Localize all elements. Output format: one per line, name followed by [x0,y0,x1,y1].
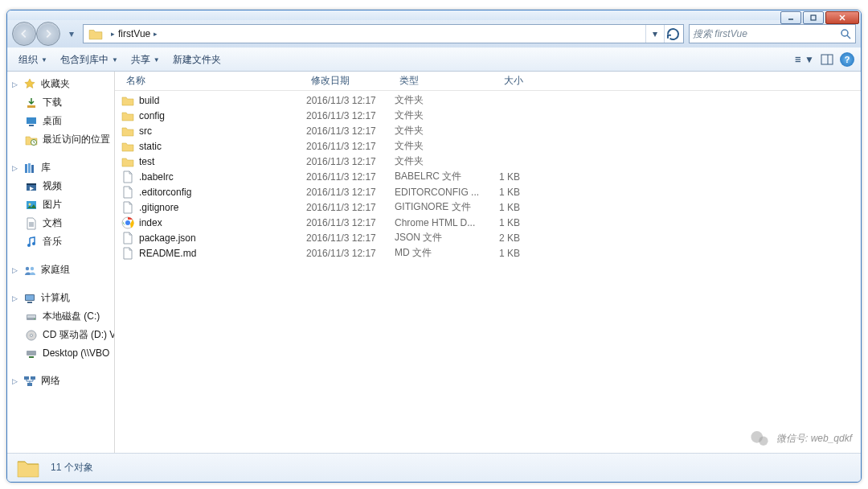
close-button[interactable] [825,11,859,24]
file-row[interactable]: package.json2016/11/3 12:17JSON 文件2 KB [115,230,861,245]
file-type: JSON 文件 [395,231,499,244]
file-type: 文件夹 [395,109,499,122]
file-date: 2016/11/3 12:17 [306,95,395,106]
svg-point-25 [27,244,31,247]
file-row[interactable]: config2016/11/3 12:17文件夹 [115,108,861,123]
breadcrumb-folder[interactable]: firstVue ▸ [117,25,159,43]
sidebar-favorites-header[interactable]: ▷ 收藏夹 [7,75,114,93]
nav-row: ▾ ▸ firstVue ▸ ▾ 搜索 firstVue [7,20,861,47]
address-bar[interactable]: ▸ firstVue ▸ ▾ [83,24,684,43]
sidebar-item-favorites-1[interactable]: 桌面 [7,112,114,130]
file-row[interactable]: static2016/11/3 12:17文件夹 [115,138,861,154]
svg-rect-11 [27,105,35,108]
sidebar-item-label: 文档 [43,216,62,230]
svg-rect-13 [29,125,34,126]
sidebar-network-header[interactable]: ▷ 网络 [7,372,114,390]
sidebar-item-label: 音乐 [43,235,62,249]
forward-button[interactable] [36,22,60,46]
sidebar-network: ▷ 网络 [7,372,114,390]
sidebar-item-favorites-2[interactable]: 最近访问的位置 [7,130,114,149]
folder-icon [88,27,103,41]
file-type: BABELRC 文件 [395,170,499,183]
sidebar-item-label: 桌面 [43,114,62,128]
svg-rect-37 [27,351,36,355]
file-row[interactable]: src2016/11/3 12:17文件夹 [115,123,861,138]
file-name: package.json [139,232,196,244]
cd-icon [25,329,38,342]
column-name[interactable]: 名称 [121,74,306,88]
file-name: README.md [139,248,196,259]
sidebar-libraries-header[interactable]: ▷ 库 [7,158,114,177]
music-icon [25,236,38,249]
sidebar-item-libraries-0[interactable]: 视频 [7,177,114,195]
file-row[interactable]: build2016/11/3 12:17文件夹 [115,92,861,108]
body: ▷ 收藏夹 下载桌面最近访问的位置 ▷ 库 视频图片文档音乐 ▷ 家庭 [7,72,861,453]
pictures-icon [25,199,38,212]
column-type[interactable]: 类型 [395,74,499,88]
file-size: 1 KB [499,248,555,259]
minimize-button[interactable] [780,11,801,24]
file-date: 2016/11/3 12:17 [306,156,395,167]
svg-point-4 [841,30,848,36]
new-folder-button[interactable]: 新建文件夹 [168,51,226,69]
maximize-button[interactable] [803,11,824,24]
file-type: 文件夹 [395,124,499,138]
hdd-icon [25,310,38,323]
sidebar-item-libraries-1[interactable]: 图片 [7,195,114,214]
back-button[interactable] [12,22,36,46]
share-button[interactable]: 共享▼ [126,51,165,69]
svg-point-34 [34,318,35,319]
file-row[interactable]: index2016/11/3 12:17Chrome HTML D...1 KB [115,215,861,230]
recent-icon [25,134,38,146]
search-icon [839,27,852,40]
file-type: Chrome HTML D... [395,217,499,228]
svg-point-42 [125,220,130,225]
svg-rect-16 [28,163,31,173]
refresh-button[interactable] [664,25,682,43]
file-icon [121,186,134,199]
file-list[interactable]: build2016/11/3 12:17文件夹config2016/11/3 1… [115,91,861,453]
sidebar-computer-header[interactable]: ▷ 计算机 [7,289,114,307]
preview-pane-button[interactable] [817,51,837,68]
explorer-window: ▾ ▸ firstVue ▸ ▾ 搜索 firstVue 组织▼ 包含到库中▼ … [6,10,862,483]
file-size: 2 KB [499,232,555,244]
sidebar-item-libraries-2[interactable]: 文档 [7,214,114,232]
search-placeholder: 搜索 firstVue [693,27,747,41]
file-row[interactable]: test2016/11/3 12:17文件夹 [115,154,861,169]
svg-rect-7 [796,59,800,60]
view-options-button[interactable]: ▼ [795,51,814,68]
sidebar-item-computer-1[interactable]: CD 驱动器 (D:) V [7,326,114,344]
file-date: 2016/11/3 12:17 [306,187,395,198]
file-name: index [139,217,162,228]
file-type: EDITORCONFIG ... [395,187,499,198]
star-icon [23,78,36,91]
file-row[interactable]: README.md2016/11/3 12:17MD 文件1 KB [115,245,861,261]
sidebar-item-computer-0[interactable]: 本地磁盘 (C:) [7,307,114,326]
homegroup-icon [23,264,36,277]
sidebar-item-computer-2[interactable]: Desktop (\\VBO [7,344,114,362]
sidebar-item-libraries-3[interactable]: 音乐 [7,232,114,251]
sidebar-item-favorites-0[interactable]: 下载 [7,93,114,112]
sidebar: ▷ 收藏夹 下载桌面最近访问的位置 ▷ 库 视频图片文档音乐 ▷ 家庭 [7,72,115,453]
file-row[interactable]: .gitignore2016/11/3 12:17GITIGNORE 文件1 K… [115,199,861,215]
column-date[interactable]: 修改日期 [306,74,395,88]
netdrive-icon [25,347,38,360]
organize-button[interactable]: 组织▼ [14,51,52,69]
include-in-library-button[interactable]: 包含到库中▼ [55,51,123,69]
svg-rect-6 [796,57,800,58]
sidebar-item-label: 图片 [43,198,62,212]
file-row[interactable]: .editorconfig2016/11/3 12:17EDITORCONFIG… [115,184,861,199]
status-bar: 11 个对象 [7,453,861,482]
help-button[interactable]: ? [840,52,854,67]
column-size[interactable]: 大小 [499,74,555,88]
breadcrumb-root[interactable]: ▸ [106,25,117,43]
svg-rect-8 [796,61,800,62]
svg-rect-9 [821,55,833,64]
sidebar-homegroup-header[interactable]: ▷ 家庭组 [7,261,114,279]
search-input[interactable]: 搜索 firstVue [689,24,856,43]
address-dropdown[interactable]: ▾ [646,25,664,43]
file-row[interactable]: .babelrc2016/11/3 12:17BABELRC 文件1 KB [115,169,861,184]
file-date: 2016/11/3 12:17 [306,171,395,183]
nav-history-dropdown[interactable]: ▾ [65,22,78,46]
svg-rect-15 [25,164,27,173]
